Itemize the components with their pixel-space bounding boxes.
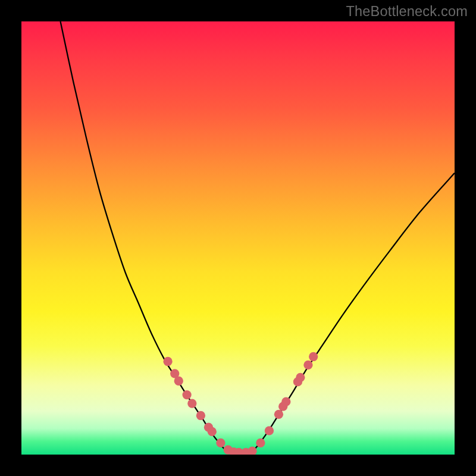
- data-point: [187, 399, 196, 408]
- data-point: [296, 373, 305, 382]
- data-point: [265, 426, 274, 435]
- data-point: [208, 427, 217, 436]
- data-point: [174, 377, 183, 386]
- data-point: [303, 361, 312, 369]
- data-point: [309, 352, 318, 361]
- curve-svg: [21, 21, 455, 455]
- chart-frame: TheBottleneck.com: [0, 0, 476, 476]
- watermark-text: TheBottleneck.com: [346, 4, 468, 20]
- marker-group: [163, 352, 318, 455]
- data-point: [274, 410, 283, 419]
- data-point: [163, 357, 172, 366]
- curve-group: [61, 21, 455, 453]
- data-point: [196, 411, 205, 420]
- data-point: [281, 397, 290, 406]
- plot-area: [21, 21, 455, 455]
- data-point: [182, 390, 191, 399]
- data-point: [256, 439, 265, 447]
- data-point: [216, 439, 225, 447]
- bottleneck-curve: [61, 21, 455, 453]
